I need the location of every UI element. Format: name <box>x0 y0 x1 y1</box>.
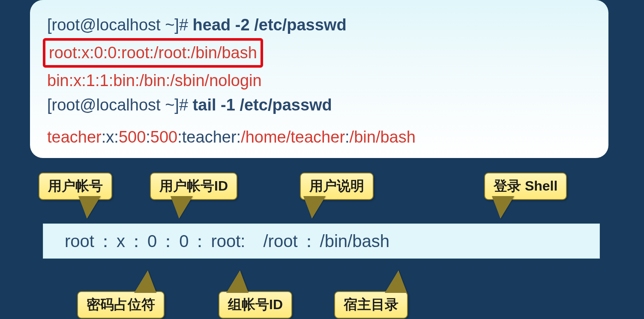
sep: ： <box>97 230 114 253</box>
tail-icon <box>135 271 156 292</box>
command-line-2: [root@localhost ~]# tail -1 /etc/passwd <box>47 93 596 117</box>
label-user-account: 用户帐号 <box>39 173 112 200</box>
field-breakdown-strip: root ： x ： 0 ： 0 ： root: /root ： /bin/ba… <box>43 224 600 259</box>
output-line-teacher: teacher:x:500:500:teacher:/home/teacher:… <box>47 125 596 149</box>
sep: ： <box>159 230 177 253</box>
field-comment: root: <box>211 232 245 251</box>
prompt: [root@localhost ~]# <box>47 96 188 114</box>
output-line-root: root:x:0:0:root:/root:/bin/bash <box>49 41 257 65</box>
tail-icon <box>386 271 406 292</box>
tail-icon <box>171 197 192 218</box>
tail-icon <box>493 197 513 218</box>
prompt: [root@localhost ~]# <box>47 16 188 34</box>
field-password: x <box>117 232 125 251</box>
label-user-id: 用户帐号ID <box>150 173 237 200</box>
label-home-dir: 宿主目录 <box>334 291 408 319</box>
field-shell: /bin/bash <box>320 232 389 251</box>
tail-icon <box>79 197 100 218</box>
field-uid: 0 <box>147 232 157 251</box>
sep: ： <box>128 230 145 253</box>
label-group-id: 组帐号ID <box>219 291 292 319</box>
field-username: root <box>65 232 94 251</box>
tail-icon <box>304 197 325 218</box>
sep: ： <box>191 230 208 253</box>
command-tail: tail -1 /etc/passwd <box>193 96 332 114</box>
terminal-output: [root@localhost ~]# head -2 /etc/passwd … <box>30 0 608 158</box>
output-line-bin: bin:x:1:1:bin:/bin:/sbin/nologin <box>47 69 596 93</box>
sep: ： <box>300 230 318 253</box>
highlighted-line: root:x:0:0:root:/root:/bin/bash <box>43 38 263 68</box>
command-line-1: [root@localhost ~]# head -2 /etc/passwd <box>47 13 596 37</box>
field-gid: 0 <box>179 232 189 251</box>
label-password-placeholder: 密码占位符 <box>77 291 165 319</box>
command-head: head -2 /etc/passwd <box>193 16 347 34</box>
field-home: /root <box>263 232 297 251</box>
tail-icon <box>227 271 248 292</box>
